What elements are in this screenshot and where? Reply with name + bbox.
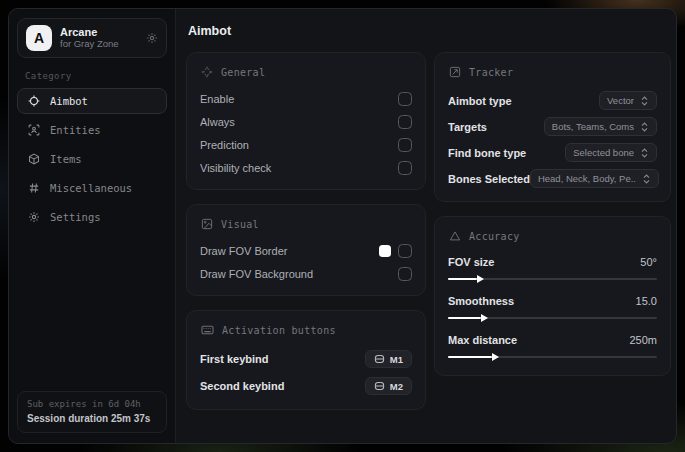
tracker-icon <box>449 66 461 78</box>
cheat-menu-window: A Arcane for Gray Zone Category <box>8 8 677 444</box>
chevrons-up-down-icon <box>640 122 649 132</box>
section-title: Visual <box>221 219 259 230</box>
gear-icon[interactable] <box>146 32 158 44</box>
smoothness-group: Smoothness 15.0 <box>448 291 657 323</box>
section-title: General <box>221 67 265 78</box>
sub-expires-text: Sub expires in 6d 04h <box>27 399 157 409</box>
setting-row: Find bone type Selected bone <box>448 140 657 165</box>
general-card: General Enable Always Prediction <box>186 52 426 190</box>
sidebar-item-aimbot[interactable]: Aimbot <box>17 88 167 114</box>
activation-buttons-card: Activation buttons First keybind <box>186 310 426 410</box>
bones-selected-select[interactable]: Head, Neck, Body, Pe.. <box>530 169 659 188</box>
setting-label: First keybind <box>200 353 268 365</box>
second-keybind-button[interactable]: M2 <box>365 377 412 395</box>
sidebar-item-items[interactable]: Items <box>17 146 167 172</box>
aimbot-type-select[interactable]: Vector <box>599 91 657 110</box>
sidebar-item-miscellaneous[interactable]: Miscellaneous <box>17 175 167 201</box>
sidebar-item-label: Miscellaneous <box>50 182 132 194</box>
crosshair-icon <box>201 66 213 78</box>
brand-subtitle: for Gray Zone <box>60 39 138 50</box>
fov-size-group: FOV size 50° <box>448 252 657 284</box>
enable-checkbox[interactable] <box>398 92 412 106</box>
subscription-info: Sub expires in 6d 04h Session duration 2… <box>17 391 167 433</box>
find-bone-type-select[interactable]: Selected bone <box>565 143 657 162</box>
always-checkbox[interactable] <box>398 115 412 129</box>
page-title: Aimbot <box>188 24 670 38</box>
setting-row: Draw FOV Border <box>200 240 412 262</box>
section-title: Tracker <box>469 67 513 78</box>
first-keybind-button[interactable]: M1 <box>365 350 412 368</box>
select-value: Vector <box>607 95 634 106</box>
sidebar: A Arcane for Gray Zone Category <box>9 9 176 443</box>
select-value: Head, Neck, Body, Pe.. <box>538 173 636 184</box>
setting-label: Visibility check <box>200 162 271 174</box>
brand-title: Arcane <box>60 26 138 39</box>
game-overlay-background: A Arcane for Gray Zone Category <box>0 0 685 452</box>
keybind-value: M1 <box>390 354 403 365</box>
sidebar-item-label: Settings <box>50 211 101 223</box>
section-title: Accuracy <box>469 231 520 242</box>
prediction-checkbox[interactable] <box>398 138 412 152</box>
chevrons-up-down-icon <box>642 174 651 184</box>
max-distance-slider[interactable] <box>448 352 657 362</box>
max-distance-group: Max distance 250m <box>448 330 657 362</box>
section-title: Activation buttons <box>222 325 336 336</box>
chevrons-up-down-icon <box>640 148 649 158</box>
setting-label: Draw FOV Border <box>200 245 287 257</box>
setting-label: Draw FOV Background <box>200 268 313 280</box>
category-label: Category <box>25 71 159 81</box>
brand-logo: A <box>26 25 52 51</box>
setting-row: Bones Selected Head, Neck, Body, Pe.. <box>448 166 657 191</box>
sidebar-item-label: Items <box>50 153 82 165</box>
session-duration-text: Session duration 25m 37s <box>27 413 157 424</box>
setting-label: Always <box>200 116 235 128</box>
setting-label: Prediction <box>200 139 249 151</box>
mouse-icon <box>374 381 385 391</box>
hash-icon <box>28 182 40 194</box>
setting-label: Find bone type <box>448 147 526 159</box>
brand-card: A Arcane for Gray Zone <box>17 18 167 58</box>
mouse-icon <box>374 354 385 364</box>
left-column: General Enable Always Prediction <box>186 52 426 410</box>
gear-icon <box>28 211 40 223</box>
setting-row: Aimbot type Vector <box>448 88 657 113</box>
slider-label: Max distance <box>448 334 517 346</box>
tracker-card: Tracker Aimbot type Vector <box>434 52 671 202</box>
fov-border-color-swatch[interactable] <box>379 245 391 257</box>
draw-fov-background-checkbox[interactable] <box>398 267 412 281</box>
smoothness-slider[interactable] <box>448 313 657 323</box>
slider-thumb[interactable] <box>481 314 488 322</box>
setting-label: Aimbot type <box>448 95 512 107</box>
triangle-icon <box>449 230 461 242</box>
setting-row: Second keybind M2 <box>200 373 412 399</box>
setting-row: Enable <box>200 88 412 110</box>
sidebar-item-entities[interactable]: Entities <box>17 117 167 143</box>
setting-row: Targets Bots, Teams, Coms <box>448 114 657 139</box>
chevrons-up-down-icon <box>640 96 649 106</box>
targets-select[interactable]: Bots, Teams, Coms <box>544 117 657 136</box>
setting-label: Enable <box>200 93 234 105</box>
setting-row: First keybind M1 <box>200 346 412 372</box>
select-value: Bots, Teams, Coms <box>552 121 634 132</box>
visibility-check-checkbox[interactable] <box>398 161 412 175</box>
fov-size-slider[interactable] <box>448 274 657 284</box>
setting-label: Bones Selected <box>448 173 530 185</box>
slider-value: 50° <box>640 256 657 268</box>
setting-label: Targets <box>448 121 487 133</box>
accuracy-card: Accuracy FOV size 50° <box>434 216 671 376</box>
person-scan-icon <box>28 124 40 136</box>
sidebar-item-label: Entities <box>50 124 101 136</box>
sidebar-item-settings[interactable]: Settings <box>17 204 167 230</box>
setting-row: Prediction <box>200 134 412 156</box>
setting-label: Second keybind <box>200 380 284 392</box>
sidebar-nav: Aimbot Entities <box>17 88 167 230</box>
keybind-value: M2 <box>390 381 403 392</box>
draw-fov-border-checkbox[interactable] <box>398 244 412 258</box>
slider-label: Smoothness <box>448 295 514 307</box>
setting-row: Visibility check <box>200 157 412 179</box>
slider-thumb[interactable] <box>477 275 484 283</box>
slider-thumb[interactable] <box>492 353 499 361</box>
select-value: Selected bone <box>573 147 634 158</box>
visual-card: Visual Draw FOV Border Draw FOV Backgrou… <box>186 204 426 296</box>
slider-label: FOV size <box>448 256 494 268</box>
